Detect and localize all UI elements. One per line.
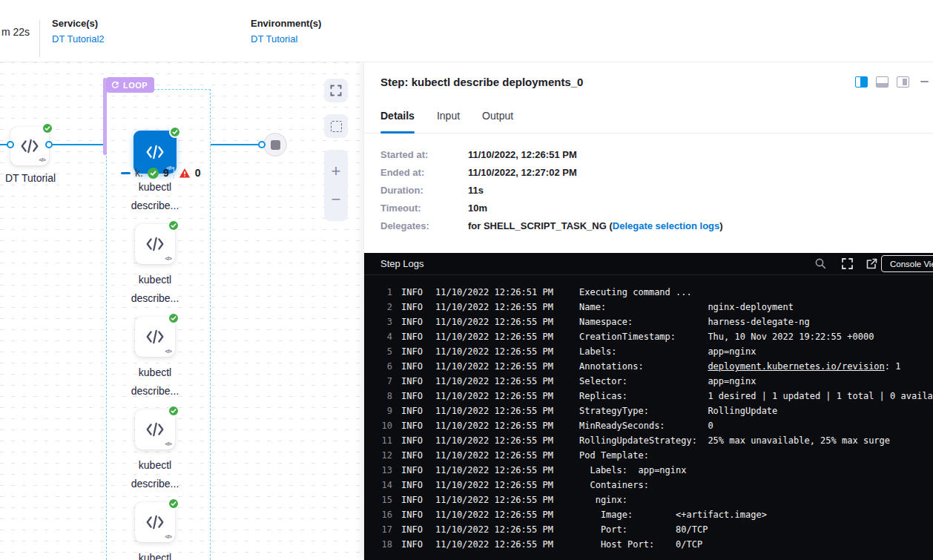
marquee-select-button[interactable] bbox=[324, 114, 348, 138]
log-line-number: 3 bbox=[364, 314, 392, 329]
step-node[interactable]: </> bbox=[135, 502, 175, 542]
tab-output[interactable]: Output bbox=[482, 107, 513, 133]
minimize-panel-icon[interactable] bbox=[920, 81, 929, 82]
zoom-out-button[interactable]: − bbox=[332, 191, 341, 208]
log-level: INFO bbox=[401, 403, 428, 418]
open-in-new-tab-icon[interactable] bbox=[866, 257, 878, 270]
topbar-divider bbox=[39, 20, 40, 57]
step-node[interactable]: </> bbox=[135, 409, 175, 449]
log-line: 1INFO11/10/2022 12:26:51 PMExecuting com… bbox=[364, 285, 933, 300]
log-message: Labels: app=nginx bbox=[579, 344, 756, 359]
log-line-number: 17 bbox=[364, 522, 392, 537]
marquee-icon bbox=[331, 121, 342, 132]
log-line-number: 9 bbox=[364, 403, 392, 418]
log-level: INFO bbox=[401, 285, 428, 300]
log-message: Pod Template: bbox=[579, 448, 649, 463]
log-line-number: 12 bbox=[364, 448, 392, 463]
step-details-panel: Step: kubectl describe deployments_0 Det… bbox=[363, 62, 933, 560]
log-level: INFO bbox=[401, 300, 428, 314]
shell-script-glyph: </> bbox=[39, 157, 45, 163]
tab-details[interactable]: Details bbox=[380, 107, 415, 133]
pipeline-graph-canvas[interactable]: LOOP k. 9 0 </> DT Tutorial bbox=[0, 62, 363, 560]
log-line-number: 11 bbox=[364, 433, 392, 448]
elapsed-time: m 22s bbox=[1, 26, 30, 38]
log-line-number: 13 bbox=[364, 463, 392, 478]
log-annotation-link[interactable]: deployment.kubernetes.io/revision bbox=[708, 361, 884, 372]
connector-edge-right bbox=[211, 144, 263, 145]
detail-field-value: 11/10/2022, 12:26:51 PM bbox=[468, 149, 577, 160]
service-link[interactable]: DT Tutorial2 bbox=[52, 33, 105, 45]
end-node[interactable] bbox=[263, 133, 287, 157]
detail-field-value: for SHELL_SCRIPT_TASK_NG (Delegate selec… bbox=[468, 220, 723, 231]
detail-field-row: Delegates:for SHELL_SCRIPT_TASK_NG (Dele… bbox=[380, 217, 917, 234]
environment-link[interactable]: DT Tutorial bbox=[251, 33, 321, 45]
log-message: Port: 80/TCP bbox=[579, 522, 708, 537]
detail-field-row: Timeout:10m bbox=[380, 199, 917, 217]
step-node-label: kubectldescribe... bbox=[107, 363, 203, 401]
pipeline-execution-screen: m 22s Service(s) DT Tutorial2 Environmen… bbox=[0, 0, 933, 560]
step-logs-header: Step Logs Console View bbox=[364, 253, 933, 275]
code-icon bbox=[145, 421, 165, 438]
log-message: CreationTimestamp: Thu, 10 Nov 2022 19:2… bbox=[579, 329, 874, 344]
step-node-label: kubectldescribe... bbox=[107, 271, 203, 308]
collapse-group-button[interactable] bbox=[121, 172, 131, 174]
log-line: 6INFO11/10/2022 12:26:55 PMAnnotations: … bbox=[364, 359, 933, 374]
step-logs-section: Step Logs Console View 1INFO11/10/2022 1… bbox=[364, 253, 933, 560]
log-level: INFO bbox=[401, 507, 428, 522]
connector-port bbox=[258, 141, 266, 148]
success-badge-icon bbox=[42, 122, 53, 134]
detail-field-row: Duration:11s bbox=[380, 181, 917, 199]
console-view-button[interactable]: Console View bbox=[881, 255, 933, 272]
log-line: 17INFO11/10/2022 12:26:55 PM Port: 80/TC… bbox=[364, 522, 933, 537]
service-block: Service(s) DT Tutorial2 bbox=[52, 18, 105, 45]
log-level: INFO bbox=[401, 374, 428, 389]
log-message: MinReadySeconds: 0 bbox=[579, 418, 713, 433]
loop-badge-label: LOOP bbox=[123, 81, 148, 90]
fullscreen-icon[interactable] bbox=[841, 257, 854, 270]
log-line: 8INFO11/10/2022 12:26:55 PMReplicas: 1 d… bbox=[364, 389, 933, 403]
log-line: 4INFO11/10/2022 12:26:55 PMCreationTimes… bbox=[364, 329, 933, 344]
delegate-selection-logs-link[interactable]: Delegate selection logs bbox=[613, 220, 720, 231]
log-level: INFO bbox=[401, 522, 428, 537]
log-timestamp: 11/10/2022 12:26:55 PM bbox=[435, 314, 555, 329]
log-message: Annotations: deployment.kubernetes.io/re… bbox=[579, 359, 901, 374]
log-level: INFO bbox=[401, 448, 428, 463]
group-name: k. bbox=[135, 167, 143, 179]
step-node[interactable]: </> bbox=[135, 317, 175, 357]
log-message: RollingUpdateStrategy: 25% max unavailab… bbox=[579, 433, 890, 448]
loop-badge[interactable]: LOOP bbox=[106, 77, 154, 93]
step-detail-fields: Started at:11/10/2022, 12:26:51 PMEnded … bbox=[380, 145, 917, 234]
detail-field-label: Delegates: bbox=[380, 220, 468, 231]
tab-input[interactable]: Input bbox=[437, 107, 460, 133]
log-timestamp: 11/10/2022 12:26:55 PM bbox=[435, 389, 555, 403]
log-level: INFO bbox=[401, 314, 428, 329]
log-level: INFO bbox=[401, 359, 428, 374]
log-message: Labels: app=nginx bbox=[579, 463, 687, 478]
layout-bottom-icon[interactable] bbox=[876, 76, 889, 88]
log-line: 16INFO11/10/2022 12:26:55 PM Image: <+ar… bbox=[364, 507, 933, 522]
layout-split-right-icon[interactable] bbox=[855, 76, 868, 88]
warning-triangle-icon bbox=[179, 168, 191, 179]
log-timestamp: 11/10/2022 12:26:55 PM bbox=[435, 507, 555, 522]
fit-to-screen-button[interactable] bbox=[324, 79, 348, 102]
log-level: INFO bbox=[401, 418, 428, 433]
stage-node-dt-tutorial[interactable]: </> bbox=[10, 127, 49, 165]
step-tabs: DetailsInputOutput bbox=[364, 107, 933, 134]
zoom-in-button[interactable]: + bbox=[332, 163, 341, 179]
environment-block: Environment(s) DT Tutorial bbox=[251, 18, 321, 45]
service-label: Service(s) bbox=[52, 18, 105, 29]
log-line-number: 4 bbox=[364, 329, 392, 344]
shell-script-glyph: </> bbox=[165, 533, 171, 540]
search-icon[interactable] bbox=[814, 257, 827, 270]
step-logs-console[interactable]: 1INFO11/10/2022 12:26:51 PMExecuting com… bbox=[364, 275, 933, 560]
log-line-number: 6 bbox=[364, 359, 392, 374]
log-line-number: 10 bbox=[364, 418, 392, 433]
step-node[interactable]: </> bbox=[135, 224, 175, 264]
layout-right-icon[interactable] bbox=[897, 76, 909, 88]
log-line: 3INFO11/10/2022 12:26:55 PMNamespace: ha… bbox=[364, 314, 933, 329]
step-title: Step: kubectl describe deployments_0 bbox=[380, 76, 855, 88]
detail-field-row: Started at:11/10/2022, 12:26:51 PM bbox=[380, 145, 917, 163]
log-level: INFO bbox=[401, 344, 428, 359]
log-timestamp: 11/10/2022 12:26:55 PM bbox=[435, 537, 555, 552]
log-level: INFO bbox=[401, 433, 428, 448]
